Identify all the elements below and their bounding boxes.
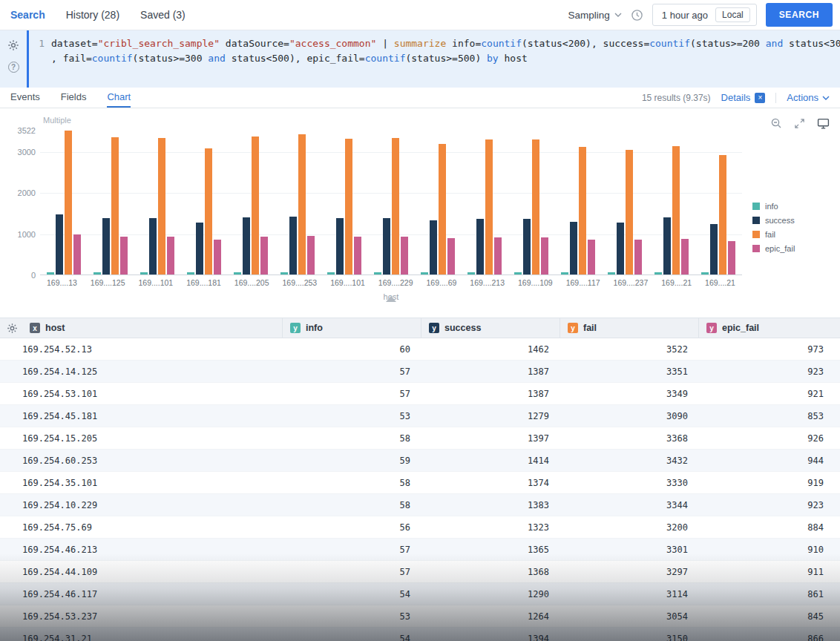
column-header-info[interactable]: yinfo (282, 318, 421, 338)
legend-item-epic_fail[interactable]: epic_fail (752, 244, 836, 253)
bar-fail[interactable] (111, 137, 119, 275)
bar-info[interactable] (374, 272, 381, 275)
bar-info[interactable] (421, 272, 428, 275)
bar-group (701, 131, 735, 275)
sampling-dropdown[interactable]: Sampling (568, 10, 622, 21)
results-tab-bar: Events Fields Chart 15 results (9.37s) D… (0, 88, 840, 108)
bar-fail[interactable] (252, 137, 259, 275)
bar-fail[interactable] (345, 139, 352, 275)
bar-info[interactable] (93, 272, 101, 275)
bar-epic_fail[interactable] (728, 241, 735, 275)
bar-success[interactable] (663, 217, 671, 275)
bar-epic_fail[interactable] (681, 239, 689, 275)
display-settings-icon[interactable] (817, 118, 830, 129)
legend-item-fail[interactable]: fail (752, 230, 836, 239)
bar-success[interactable] (383, 218, 390, 275)
bar-epic_fail[interactable] (167, 237, 174, 275)
bar-info[interactable] (47, 272, 54, 275)
bar-info[interactable] (701, 272, 709, 275)
legend-item-info[interactable]: info (752, 202, 836, 211)
time-range-picker[interactable]: 1 hour ago Local (652, 4, 757, 26)
bar-epic_fail[interactable] (307, 236, 315, 275)
bar-group (93, 131, 128, 275)
table-header: xhostyinfoysuccessyfailyepic_fail (0, 318, 840, 338)
bar-fail[interactable] (626, 150, 633, 275)
details-close-icon[interactable]: × (755, 93, 765, 103)
column-header-fail[interactable]: yfail (560, 318, 698, 338)
host-cell: 169.254.75.69 (0, 522, 282, 533)
bar-info[interactable] (514, 272, 522, 275)
zoom-out-icon[interactable] (770, 117, 782, 129)
bar-fail[interactable] (719, 155, 726, 275)
bar-fail[interactable] (485, 139, 493, 275)
bar-success[interactable] (243, 217, 250, 275)
bar-fail[interactable] (158, 138, 165, 275)
bar-epic_fail[interactable] (541, 237, 548, 275)
details-toggle[interactable]: Details × (721, 92, 766, 103)
tab-chart[interactable]: Chart (107, 88, 131, 108)
bar-success[interactable] (476, 219, 484, 275)
tab-saved[interactable]: Saved (3) (140, 9, 186, 21)
tab-search[interactable]: Search (10, 9, 45, 21)
bar-info[interactable] (654, 272, 662, 275)
bar-epic_fail[interactable] (260, 237, 268, 275)
tab-fields[interactable]: Fields (61, 88, 87, 108)
bar-success[interactable] (196, 223, 203, 275)
table-settings-gear-icon[interactable] (0, 323, 22, 334)
bar-epic_fail[interactable] (494, 237, 502, 275)
bar-success[interactable] (570, 222, 577, 275)
bar-success[interactable] (523, 219, 531, 275)
bar-info[interactable] (608, 272, 615, 275)
legend-item-success[interactable]: success (752, 216, 836, 225)
bar-epic_fail[interactable] (401, 237, 408, 275)
bar-fail[interactable] (205, 148, 212, 275)
bar-info[interactable] (187, 272, 194, 275)
bar-fail[interactable] (532, 139, 539, 275)
bar-success[interactable] (289, 217, 297, 275)
bar-epic_fail[interactable] (73, 234, 81, 275)
tab-events[interactable]: Events (10, 88, 40, 108)
bar-group (47, 131, 81, 275)
bar-success[interactable] (617, 223, 624, 275)
column-header-success[interactable]: ysuccess (421, 318, 560, 338)
bar-fail[interactable] (579, 147, 586, 275)
bar-fail[interactable] (439, 144, 446, 275)
query-editor[interactable]: 1 dataset="cribl_search_sample" dataSour… (27, 30, 840, 88)
timezone-toggle[interactable]: Local (715, 7, 750, 22)
expand-icon[interactable] (794, 118, 805, 129)
bar-success[interactable] (102, 218, 110, 275)
bar-epic_fail[interactable] (354, 237, 361, 275)
code-token: , fail= (51, 53, 92, 64)
bar-fail[interactable] (672, 146, 680, 275)
bar-epic_fail[interactable] (588, 240, 595, 275)
bar-success[interactable] (336, 218, 344, 275)
bar-epic_fail[interactable] (214, 240, 221, 275)
search-button[interactable]: SEARCH (766, 3, 833, 27)
bar-info[interactable] (280, 272, 288, 275)
help-icon[interactable]: ? (8, 62, 19, 73)
bar-success[interactable] (710, 224, 718, 275)
bar-info[interactable] (234, 272, 241, 275)
bar-info[interactable] (561, 272, 568, 275)
bar-info[interactable] (327, 272, 335, 275)
bar-epic_fail[interactable] (120, 237, 128, 275)
chart-resize-handle[interactable] (386, 296, 396, 302)
bar-fail[interactable] (298, 134, 306, 275)
bar-success[interactable] (430, 220, 437, 275)
bar-epic_fail[interactable] (447, 238, 455, 275)
column-header-epic_fail[interactable]: yepic_fail (698, 318, 840, 338)
bar-success[interactable] (149, 218, 157, 275)
actions-dropdown[interactable]: Actions (787, 92, 830, 103)
chart-area: 35223000200010000 169....13169....125169… (0, 108, 840, 301)
bar-fail[interactable] (392, 138, 399, 275)
bar-info[interactable] (467, 272, 475, 275)
bar-epic_fail[interactable] (634, 240, 642, 275)
settings-gear-icon[interactable] (7, 39, 19, 51)
bar-info[interactable] (140, 272, 148, 275)
bar-fail[interactable] (65, 131, 72, 275)
column-header-host[interactable]: xhost (22, 318, 282, 338)
y-axis-badge: y (706, 323, 717, 333)
host-cell: 169.254.15.205 (0, 433, 282, 444)
tab-history[interactable]: History (28) (66, 9, 119, 21)
bar-success[interactable] (56, 214, 63, 275)
